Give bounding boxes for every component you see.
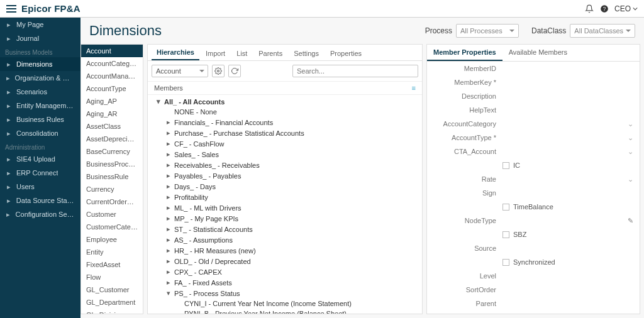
dimension-item[interactable]: FixedAsset [81,258,143,271]
tab-import[interactable]: Import [201,47,230,60]
prop-value[interactable]: ⌄ [502,175,633,184]
dimension-item[interactable]: Employee [81,233,143,246]
dimension-item[interactable]: Account [81,45,143,57]
prop-row: Sign [427,186,640,200]
prop-value[interactable]: ⌄ [502,134,633,142]
tree-row[interactable]: CYNI_I - Current Year Net Income (Income… [148,299,422,309]
prop-label: Parent [433,300,502,307]
dimension-item[interactable]: Customer [81,208,143,221]
prop-value[interactable]: TimeBalance [502,203,633,211]
members-menu-icon[interactable]: ≡ [412,84,416,92]
dimension-item[interactable]: AccountManager [81,70,143,82]
sidebar-item-dimensions[interactable]: ▸Dimensions [0,57,80,71]
sidebar-item-scenarios[interactable]: ▸Scenarios [0,85,80,99]
tree-row[interactable]: ▸Receivables_ - Receivables [148,160,422,170]
sidebar-item-sie4-upload[interactable]: ▸SIE4 Upload [0,152,80,166]
hierarchy-select[interactable]: Account [152,65,208,77]
dimension-item[interactable]: Entity [81,246,143,258]
tree-row[interactable]: ▸ST_ - Statistical Accounts [148,224,422,234]
edit-icon[interactable]: ✎ [628,217,633,225]
tree-row[interactable]: ▸Purchase_ - Purchase Statistical Accoun… [148,128,422,138]
dimension-item[interactable]: Flow [81,271,143,283]
tree-row[interactable]: ▸ML_ - ML with Drivers [148,202,422,213]
sidebar-item-journal[interactable]: ▸Journal [0,31,80,45]
tree-row[interactable]: ▸Days_ - Days [148,181,422,192]
tree-row[interactable]: ▸OLD_ - Old / Deprecated [148,256,422,266]
tree-row[interactable]: ▸FA_ - Fixed Assets [148,277,422,288]
dimension-item[interactable]: Aging_AR [81,107,143,120]
prop-value[interactable]: Synchronized [502,258,633,266]
sidebar-item-erp-connect[interactable]: ▸ERP Connect [0,166,80,180]
checkbox[interactable] [502,231,509,238]
dimension-list[interactable]: AccountAccountCategoryAccountManagerAcco… [80,44,143,314]
dimension-item[interactable]: BusinessProcess [81,158,143,170]
tree-row[interactable]: ▾All_ - All Accounts [148,96,422,107]
dimension-item[interactable]: AccountCategory [81,57,143,70]
sidebar-item-data-source-status[interactable]: ▸Data Source Status [0,194,80,207]
members-tree[interactable]: ▾All_ - All AccountsNONE - None▸Financia… [148,95,422,314]
prop-value[interactable]: IC [502,162,633,169]
refresh-icon[interactable] [228,65,241,77]
tab-list[interactable]: List [231,47,252,60]
tree-caret-icon: ▸ [167,118,172,126]
tab-hierarchies[interactable]: Hierarchies [152,45,199,60]
tab-properties[interactable]: Properties [325,47,367,60]
prop-tab-available-members[interactable]: Available Members [502,45,574,61]
sidebar-item-consolidation[interactable]: ▸Consolidation [0,126,80,140]
prop-value[interactable]: ✎ [502,217,633,225]
user-menu[interactable]: CEO [614,4,638,13]
sidebar-item-configuration-settings[interactable]: ▸Configuration Settings [0,207,80,221]
tab-parents[interactable]: Parents [253,47,287,60]
tree-row[interactable]: ▸Sales_ - Sales [148,149,422,160]
prop-value[interactable]: SBZ [502,231,633,238]
tree-row[interactable]: ▸Profitability [148,192,422,202]
sidebar-item-entity-management[interactable]: ▸Entity Management [0,99,80,112]
tree-row[interactable]: ▸MP_ - My Page KPIs [148,213,422,224]
tree-row[interactable]: ▸Financials_ - Financial Accounts [148,117,422,128]
members-label: Members [154,84,183,92]
tree-label: HR_ - HR Measures (new) [174,247,256,255]
nav-item-icon: ▸ [5,35,13,42]
dimension-item[interactable]: GL_Department [81,296,143,309]
search-input[interactable] [292,65,418,77]
dimension-item[interactable]: AccountType [81,82,143,95]
dimension-item[interactable]: Aging_AP [81,95,143,107]
prop-tab-member-properties[interactable]: Member Properties [427,45,502,61]
dimension-item[interactable]: BaseCurrency [81,145,143,158]
sidebar-item-organization-workflow[interactable]: ▸Organization & Workflow [0,71,80,85]
prop-value[interactable]: ⌄ [502,148,633,156]
gear-icon[interactable] [212,65,225,77]
dataclass-select[interactable]: All DataClasses [570,24,635,38]
tree-row[interactable]: ▸CF_ - CashFlow [148,138,422,149]
tree-row[interactable]: ▸CPX_ - CAPEX [148,266,422,277]
dimension-item[interactable]: Currency [81,183,143,195]
dimension-item[interactable]: AssetDepreciationPc [81,133,143,145]
prop-value[interactable]: ⌄ [502,120,633,128]
dimension-item[interactable]: CustomerCategory [81,221,143,233]
properties-panel: Member PropertiesAvailable Members Membe… [426,44,640,314]
tree-row[interactable]: ▸HR_ - HR Measures (new) [148,245,422,256]
process-select[interactable]: All Processes [456,24,519,38]
tree-row[interactable]: ▸AS_ - Assumptions [148,234,422,245]
tree-row[interactable]: NONE - None [148,107,422,117]
dimension-item[interactable]: GL_Customer [81,283,143,296]
checkbox[interactable] [502,259,509,266]
prop-label: Source [433,244,502,252]
checkbox[interactable] [502,204,509,211]
dimension-item[interactable]: BusinessRule [81,170,143,183]
checkbox[interactable] [502,162,509,169]
sidebar-item-business-rules[interactable]: ▸Business Rules [0,112,80,126]
tree-row[interactable]: ▾PS_ - Process Status [148,288,422,299]
dimension-item[interactable]: CurrentOrderState [81,195,143,208]
bell-icon[interactable] [584,4,594,14]
tree-caret-icon: ▸ [167,182,172,190]
help-icon[interactable]: ? [599,4,609,14]
menu-toggle-button[interactable] [6,5,16,13]
sidebar-item-users[interactable]: ▸Users [0,180,80,194]
sidebar-item-my-page[interactable]: ▸My Page [0,18,80,31]
tree-row[interactable]: ▸Payables_ - Payables [148,170,422,181]
dimension-item[interactable]: GL_Division [81,309,143,314]
dimension-item[interactable]: AssetClass [81,120,143,133]
tree-row[interactable]: PYNI_B - Previous Year Net Income (Balan… [148,309,422,314]
tab-settings[interactable]: Settings [289,47,324,60]
